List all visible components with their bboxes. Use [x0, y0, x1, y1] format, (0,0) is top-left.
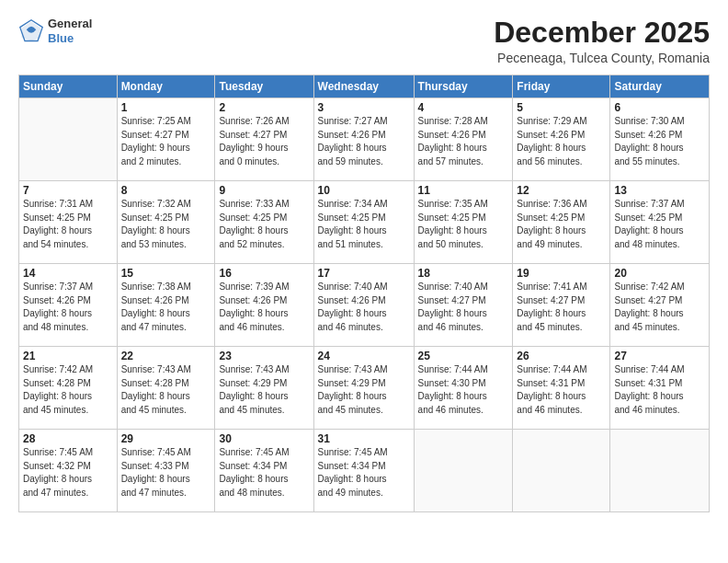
day-cell: 11Sunrise: 7:35 AMSunset: 4:25 PMDayligh… [414, 181, 513, 264]
day-info: Sunrise: 7:41 AMSunset: 4:27 PMDaylight:… [517, 281, 606, 334]
daylight-text: Daylight: 8 hours [614, 142, 705, 155]
calendar-header: SundayMondayTuesdayWednesdayThursdayFrid… [19, 75, 710, 98]
day-number: 13 [614, 184, 705, 197]
daylight-text: Daylight: 8 hours [517, 307, 606, 321]
sunrise-text: Sunrise: 7:40 AM [418, 281, 509, 294]
daylight-text: Daylight: 8 hours [418, 142, 509, 155]
daylight-text: Daylight: 8 hours [219, 390, 309, 404]
day-number: 21 [23, 350, 113, 362]
day-number: 26 [517, 350, 606, 362]
daylight-text: Daylight: 8 hours [318, 473, 410, 487]
day-number: 25 [418, 350, 509, 362]
calendar-body: 1Sunrise: 7:25 AMSunset: 4:27 PMDaylight… [19, 98, 710, 512]
sunrise-text: Sunrise: 7:34 AM [318, 198, 410, 212]
daylight-text: Daylight: 8 hours [219, 473, 309, 487]
daylight-text2: and 46 minutes. [614, 404, 705, 418]
day-cell: 5Sunrise: 7:29 AMSunset: 4:26 PMDaylight… [513, 98, 610, 181]
daylight-text: Daylight: 8 hours [23, 390, 113, 404]
daylight-text2: and 45 minutes. [517, 321, 606, 335]
daylight-text2: and 55 minutes. [614, 155, 705, 169]
header-cell-tuesday: Tuesday [215, 75, 313, 98]
day-info: Sunrise: 7:33 AMSunset: 4:25 PMDaylight:… [219, 198, 309, 251]
day-info: Sunrise: 7:26 AMSunset: 4:27 PMDaylight:… [219, 115, 309, 168]
day-info: Sunrise: 7:38 AMSunset: 4:26 PMDaylight:… [121, 281, 211, 334]
daylight-text2: and 53 minutes. [121, 238, 211, 252]
day-info: Sunrise: 7:42 AMSunset: 4:28 PMDaylight:… [23, 363, 113, 417]
day-cell: 18Sunrise: 7:40 AMSunset: 4:27 PMDayligh… [414, 264, 513, 347]
sunrise-text: Sunrise: 7:45 AM [23, 446, 113, 460]
daylight-text: Daylight: 8 hours [318, 224, 410, 238]
sunrise-text: Sunrise: 7:42 AM [614, 281, 705, 294]
day-number: 27 [614, 350, 705, 362]
daylight-text: Daylight: 9 hours [219, 142, 309, 155]
day-info: Sunrise: 7:44 AMSunset: 4:30 PMDaylight:… [418, 363, 509, 417]
daylight-text2: and 0 minutes. [219, 155, 309, 169]
calendar-table: SundayMondayTuesdayWednesdayThursdayFrid… [18, 75, 710, 512]
header-cell-wednesday: Wednesday [313, 75, 414, 98]
day-info: Sunrise: 7:42 AMSunset: 4:27 PMDaylight:… [614, 281, 705, 334]
day-number: 14 [23, 267, 113, 280]
sunset-text: Sunset: 4:25 PM [23, 212, 113, 225]
daylight-text: Daylight: 8 hours [23, 224, 113, 238]
daylight-text2: and 50 minutes. [418, 238, 509, 252]
day-info: Sunrise: 7:36 AMSunset: 4:25 PMDaylight:… [517, 198, 606, 251]
day-cell: 16Sunrise: 7:39 AMSunset: 4:26 PMDayligh… [215, 264, 313, 347]
day-cell: 30Sunrise: 7:45 AMSunset: 4:34 PMDayligh… [215, 430, 313, 512]
day-info: Sunrise: 7:37 AMSunset: 4:25 PMDaylight:… [614, 198, 705, 251]
daylight-text2: and 48 minutes. [23, 321, 113, 335]
day-cell [610, 430, 710, 512]
logo: General Blue [18, 17, 92, 45]
day-number: 12 [517, 184, 606, 197]
daylight-text: Daylight: 8 hours [318, 390, 410, 404]
sunset-text: Sunset: 4:26 PM [614, 129, 705, 143]
day-cell: 12Sunrise: 7:36 AMSunset: 4:25 PMDayligh… [513, 181, 610, 264]
sunrise-text: Sunrise: 7:38 AM [121, 281, 211, 294]
sunset-text: Sunset: 4:31 PM [614, 377, 705, 391]
day-info: Sunrise: 7:43 AMSunset: 4:29 PMDaylight:… [318, 363, 410, 417]
daylight-text: Daylight: 8 hours [614, 390, 705, 404]
day-number: 11 [418, 184, 509, 197]
daylight-text: Daylight: 8 hours [318, 307, 410, 321]
sunrise-text: Sunrise: 7:45 AM [219, 446, 309, 460]
logo-blue-text: Blue [48, 31, 92, 46]
day-cell: 9Sunrise: 7:33 AMSunset: 4:25 PMDaylight… [215, 181, 313, 264]
day-cell: 15Sunrise: 7:38 AMSunset: 4:26 PMDayligh… [117, 264, 215, 347]
day-number: 7 [23, 184, 113, 197]
sunset-text: Sunset: 4:25 PM [318, 212, 410, 225]
day-info: Sunrise: 7:37 AMSunset: 4:26 PMDaylight:… [23, 281, 113, 334]
sunrise-text: Sunrise: 7:26 AM [219, 115, 309, 129]
sunrise-text: Sunrise: 7:44 AM [517, 363, 606, 377]
day-info: Sunrise: 7:45 AMSunset: 4:34 PMDaylight:… [318, 446, 410, 500]
sunrise-text: Sunrise: 7:27 AM [318, 115, 410, 129]
day-cell: 28Sunrise: 7:45 AMSunset: 4:32 PMDayligh… [19, 430, 118, 512]
daylight-text2: and 45 minutes. [318, 404, 410, 418]
sunrise-text: Sunrise: 7:41 AM [517, 281, 606, 294]
header-row: SundayMondayTuesdayWednesdayThursdayFrid… [19, 75, 710, 98]
sunrise-text: Sunrise: 7:35 AM [418, 198, 509, 212]
sunrise-text: Sunrise: 7:29 AM [517, 115, 606, 129]
day-cell: 29Sunrise: 7:45 AMSunset: 4:33 PMDayligh… [117, 430, 215, 512]
daylight-text2: and 47 minutes. [121, 321, 211, 335]
daylight-text: Daylight: 8 hours [614, 224, 705, 238]
day-number: 19 [517, 267, 606, 280]
day-number: 17 [318, 267, 410, 280]
day-info: Sunrise: 7:25 AMSunset: 4:27 PMDaylight:… [121, 115, 211, 168]
sunset-text: Sunset: 4:27 PM [418, 294, 509, 308]
day-cell: 13Sunrise: 7:37 AMSunset: 4:25 PMDayligh… [610, 181, 710, 264]
daylight-text: Daylight: 8 hours [121, 390, 211, 404]
day-number: 30 [219, 432, 309, 445]
daylight-text: Daylight: 8 hours [121, 224, 211, 238]
sunrise-text: Sunrise: 7:43 AM [219, 363, 309, 377]
week-row-4: 28Sunrise: 7:45 AMSunset: 4:32 PMDayligh… [19, 430, 710, 512]
day-info: Sunrise: 7:45 AMSunset: 4:34 PMDaylight:… [219, 446, 309, 500]
sunset-text: Sunset: 4:25 PM [219, 212, 309, 225]
day-info: Sunrise: 7:34 AMSunset: 4:25 PMDaylight:… [318, 198, 410, 251]
sunset-text: Sunset: 4:28 PM [23, 377, 113, 391]
day-number: 18 [418, 267, 509, 280]
day-info: Sunrise: 7:28 AMSunset: 4:26 PMDaylight:… [418, 115, 509, 168]
day-number: 4 [418, 101, 509, 114]
day-number: 1 [121, 101, 211, 114]
sunrise-text: Sunrise: 7:37 AM [614, 198, 705, 212]
week-row-1: 7Sunrise: 7:31 AMSunset: 4:25 PMDaylight… [19, 181, 710, 264]
sunset-text: Sunset: 4:34 PM [318, 460, 410, 474]
